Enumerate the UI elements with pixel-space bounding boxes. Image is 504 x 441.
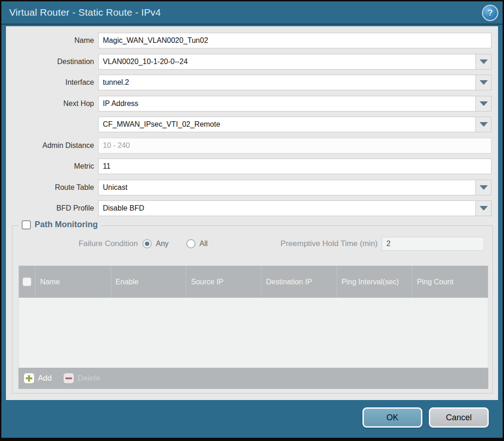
select-all-checkbox[interactable] [23, 277, 31, 286]
failure-condition-any-label: Any [156, 240, 169, 248]
column-header-name: Name [36, 266, 111, 298]
table-body-empty [18, 298, 488, 368]
row-next-hop: Next Hop [6, 96, 492, 112]
table-toolbar: Add Delete [18, 368, 488, 389]
interface-dropdown-button[interactable] [475, 75, 492, 90]
delete-button[interactable]: Delete [64, 373, 100, 383]
row-admin-distance: Admin Distance [6, 138, 492, 153]
route-table-input[interactable] [98, 180, 492, 195]
static-route-dialog: Virtual Router - Static Route - IPv4 ? N… [1, 1, 503, 438]
ok-button[interactable]: OK [362, 407, 422, 428]
chevron-down-icon [480, 101, 488, 106]
preemptive-hold-time-label: Preemptive Hold Time (min) [280, 239, 382, 248]
next-hop-address-field-wrap [98, 117, 492, 132]
interface-input[interactable] [98, 75, 492, 90]
delete-minus-icon [64, 373, 74, 383]
row-interface: Interface [6, 75, 492, 90]
failure-condition-all-radio[interactable] [186, 239, 196, 248]
bfd-profile-label: BFD Profile [6, 204, 98, 212]
add-button[interactable]: Add [24, 373, 52, 383]
interface-field-wrap [98, 75, 492, 90]
destination-label: Destination [6, 58, 98, 66]
row-bfd-profile: BFD Profile [6, 200, 492, 216]
next-hop-field-wrap [98, 96, 492, 112]
next-hop-address-input[interactable] [98, 117, 492, 132]
cancel-button[interactable]: Cancel [429, 407, 489, 428]
path-monitoring-title: Path Monitoring [35, 220, 98, 229]
chevron-down-icon [480, 80, 488, 85]
name-label: Name [6, 36, 98, 45]
row-destination: Destination [6, 54, 492, 70]
row-metric: Metric [6, 159, 492, 174]
next-hop-address-dropdown-button[interactable] [475, 117, 492, 132]
failure-condition-row: Failure Condition Any All Preemptive Hol… [12, 237, 492, 251]
add-plus-icon [24, 373, 34, 383]
radio-dot [145, 241, 149, 246]
path-monitoring-section: Path Monitoring Failure Condition Any Al… [12, 225, 493, 394]
column-header-ping-interval: Ping Interval(sec) [337, 266, 413, 298]
chevron-down-icon [480, 206, 488, 211]
name-field-wrap [98, 33, 492, 48]
destination-input[interactable] [98, 54, 492, 70]
dialog-title: Virtual Router - Static Route - IPv4 [9, 7, 161, 18]
dialog-titlebar: Virtual Router - Static Route - IPv4 ? [1, 1, 503, 25]
row-next-hop-address [6, 117, 492, 132]
admin-distance-field-wrap [98, 138, 492, 153]
bfd-profile-dropdown-button[interactable] [475, 200, 492, 216]
route-table-dropdown-button[interactable] [475, 180, 492, 195]
route-table-label: Route Table [6, 183, 98, 192]
failure-condition-all-label: All [200, 240, 208, 248]
table-header: Name Enable Source IP Destination IP Pin… [18, 265, 488, 298]
admin-distance-input[interactable] [98, 138, 492, 153]
metric-field-wrap [98, 159, 492, 174]
help-glyph: ? [487, 8, 493, 18]
header-checkbox-cell [19, 266, 36, 298]
next-hop-type-dropdown-button[interactable] [475, 96, 492, 112]
screenshot-frame: Virtual Router - Static Route - IPv4 ? N… [0, 0, 504, 441]
preemptive-hold-time-input[interactable] [382, 237, 484, 251]
next-hop-type-input[interactable] [98, 96, 492, 112]
row-name: Name [6, 33, 492, 48]
failure-condition-label: Failure Condition [12, 239, 142, 248]
admin-distance-label: Admin Distance [6, 141, 98, 150]
path-monitoring-legend: Path Monitoring [18, 220, 101, 229]
delete-button-label: Delete [77, 374, 100, 383]
path-monitoring-table: Name Enable Source IP Destination IP Pin… [18, 265, 488, 389]
dialog-content: Name Destination Interface [6, 26, 498, 400]
chevron-down-icon [480, 185, 488, 190]
chevron-down-icon [480, 122, 488, 127]
failure-condition-any-radio[interactable] [142, 239, 152, 248]
metric-label: Metric [6, 162, 98, 171]
column-header-enable: Enable [111, 266, 187, 298]
metric-input[interactable] [98, 159, 492, 174]
interface-label: Interface [6, 78, 98, 87]
path-monitoring-checkbox[interactable] [22, 220, 31, 229]
column-header-source-ip: Source IP [186, 266, 261, 298]
destination-field-wrap [98, 54, 492, 70]
help-icon[interactable]: ? [483, 6, 497, 20]
column-header-destination-ip: Destination IP [261, 266, 337, 298]
next-hop-label: Next Hop [6, 100, 98, 108]
bfd-profile-input[interactable] [98, 200, 492, 216]
chevron-down-icon [480, 59, 488, 64]
name-input[interactable] [98, 33, 492, 48]
column-header-ping-count: Ping Count [412, 266, 488, 298]
destination-dropdown-button[interactable] [475, 54, 492, 70]
route-table-field-wrap [98, 180, 492, 195]
bfd-profile-field-wrap [98, 200, 492, 216]
add-button-label: Add [38, 374, 52, 383]
row-route-table: Route Table [6, 180, 492, 195]
